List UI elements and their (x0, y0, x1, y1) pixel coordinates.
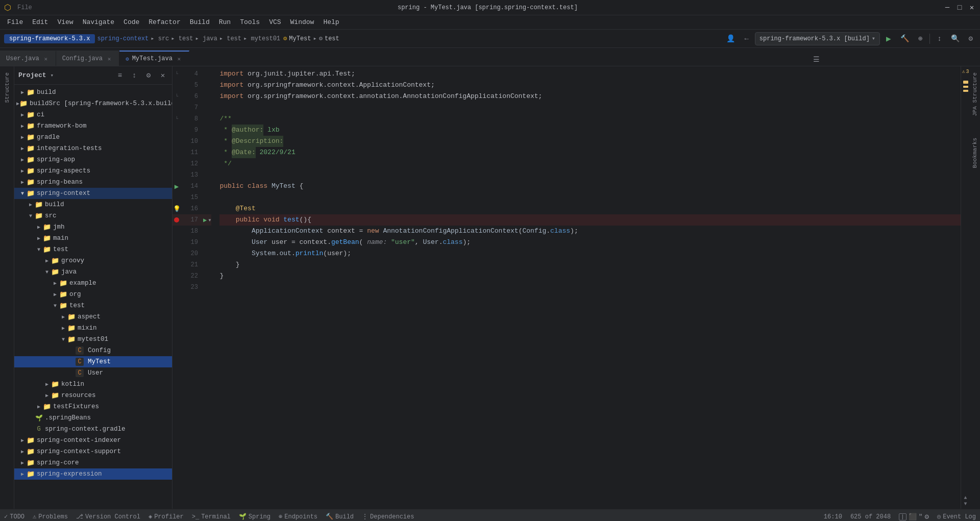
structure-icon[interactable]: Structure (3, 70, 11, 105)
tree-item-jmh[interactable]: ▶ 📁 jmh (14, 221, 172, 233)
tree-item-context-indexer[interactable]: ▶ 📁 spring-context-indexer (14, 435, 172, 446)
tree-arrow-context-indexer[interactable]: ▶ (18, 436, 27, 444)
tree-item-kotlin[interactable]: ▶ 📁 kotlin (14, 379, 172, 390)
fold-arrow-4[interactable]: └ (175, 71, 178, 77)
tree-item-spring-beans[interactable]: ▶ 📁 spring-beans (14, 177, 172, 188)
coverage-button[interactable]: ⊕ (915, 32, 925, 45)
panel-collapse-all[interactable]: ≡ (115, 70, 125, 81)
project-dropdown-arrow[interactable]: ▾ (51, 72, 54, 79)
tree-item-context-build[interactable]: ▶ 📁 build (14, 199, 172, 210)
tree-arrow-groovy[interactable]: ▶ (43, 257, 51, 265)
build-selector[interactable]: spring-framework-5.3.x [build] ▾ (755, 32, 880, 45)
tree-item-build[interactable]: ▶ 📁 build (14, 87, 172, 98)
menu-file[interactable]: File (17, 4, 32, 11)
tree-item-spring-aspects[interactable]: ▶ 📁 spring-aspects (14, 165, 172, 177)
tree-item-test-inner[interactable]: ▼ 📁 test (14, 300, 172, 311)
tree-item-spring-core[interactable]: ▶ 📁 spring-core (14, 457, 172, 468)
tree-item-ci[interactable]: ▶ 📁 ci (14, 109, 172, 120)
menu-vcs[interactable]: VCS (265, 17, 285, 27)
search-button[interactable]: 🔍 (948, 32, 963, 45)
menu-code[interactable]: Code (119, 17, 143, 27)
tree-arrow-integration-tests[interactable]: ▶ (18, 144, 27, 153)
status-position[interactable]: 16:10 (824, 513, 842, 520)
tree-item-gradle[interactable]: ▶ 📁 gradle (14, 132, 172, 143)
tree-item-src[interactable]: ▼ 📁 src (14, 210, 172, 221)
run-button-14[interactable]: ▶ (175, 182, 179, 191)
maximize-button[interactable]: □ (955, 4, 964, 12)
menu-window[interactable]: Window (286, 17, 318, 27)
tree-arrow-framework-bom[interactable]: ▶ (18, 122, 27, 130)
back-button[interactable]: ← (741, 32, 751, 45)
tree-arrow-test-inner[interactable]: ▼ (51, 302, 59, 310)
tree-item-spring-context[interactable]: ▼ 📁 spring-context (14, 188, 172, 199)
tree-arrow-build[interactable]: ▶ (18, 88, 27, 96)
status-version-control[interactable]: ⎇ Version Control (76, 513, 140, 520)
tree-arrow-context-support[interactable]: ▶ (18, 448, 27, 456)
project-tab-spring[interactable]: spring-framework-5.3.x (4, 34, 95, 43)
status-todo[interactable]: ✓ TODO (4, 513, 24, 520)
lightbulb-16[interactable]: 💡 (173, 205, 181, 213)
tree-item-mytest[interactable]: ▶ C MyTest (14, 356, 172, 367)
tree-item-test-folder[interactable]: ▼ 📁 test (14, 244, 172, 255)
tab-config-java-close[interactable]: ✕ (106, 55, 113, 62)
project-tab-context[interactable]: spring-context (97, 35, 149, 42)
menu-tools[interactable]: Tools (236, 17, 264, 27)
tree-item-context-gradle[interactable]: ▶ G spring-context.gradle (14, 424, 172, 435)
menu-edit[interactable]: Edit (28, 17, 52, 27)
tree-arrow-java-folder[interactable]: ▼ (43, 268, 51, 276)
tab-mytest-java[interactable]: ⚙ MyTest.java ✕ (119, 51, 189, 66)
profile-button[interactable]: 👤 (723, 32, 738, 45)
status-problems[interactable]: ⚠ Problems (33, 513, 68, 520)
status-column[interactable]: 625 of 2048 (850, 513, 891, 520)
tree-item-example[interactable]: ▶ 📁 example (14, 278, 172, 289)
tree-item-framework-bom[interactable]: ▶ 📁 framework-bom (14, 120, 172, 132)
tree-item-groovy[interactable]: ▶ 📁 groovy (14, 255, 172, 266)
tree-arrow-testfixtures[interactable]: ▶ (35, 403, 43, 411)
tab-user-java-close[interactable]: ✕ (42, 55, 50, 62)
tree-arrow-test-folder[interactable]: ▼ (35, 245, 43, 254)
tree-item-spring-aop[interactable]: ▶ 📁 spring-aop (14, 154, 172, 165)
code-content[interactable]: import org.junit.jupiter.api.Test; impor… (211, 66, 961, 509)
status-dependencies[interactable]: ⋮ Dependencies (362, 513, 414, 520)
tree-arrow-spring-context[interactable]: ▼ (18, 189, 27, 197)
tree-item-springbeans[interactable]: ▶ 🌱 .springBeans (14, 412, 172, 424)
bookmarks-label[interactable]: Bookmarks (971, 136, 979, 170)
vcs-button[interactable]: ↕ (934, 32, 944, 45)
tree-item-testfixtures[interactable]: ▶ 📁 testFixtures (14, 401, 172, 412)
fold-icon-17[interactable]: ▾ (208, 216, 211, 224)
status-endpoints[interactable]: ⊕ Endpoints (279, 513, 317, 520)
tree-arrow-spring-expression[interactable]: ▶ (18, 470, 27, 478)
tree-arrow-spring-beans[interactable]: ▶ (18, 178, 27, 186)
tree-arrow-spring-aop[interactable]: ▶ (18, 156, 27, 164)
tree-item-org[interactable]: ▶ 📁 org (14, 289, 172, 300)
menu-refactor[interactable]: Refactor (144, 17, 184, 27)
tree-arrow-aspect[interactable]: ▶ (59, 313, 67, 321)
tree-arrow-org[interactable]: ▶ (51, 290, 59, 299)
tree-item-resources[interactable]: ▶ 📁 resources (14, 390, 172, 401)
settings-gear[interactable]: ⚙ (925, 512, 929, 521)
tree-arrow-spring-aspects[interactable]: ▶ (18, 167, 27, 175)
status-terminal[interactable]: >_ Terminal (192, 513, 231, 520)
run-icon-17[interactable]: ▶ (203, 216, 207, 224)
tree-arrow-ci[interactable]: ▶ (18, 111, 27, 119)
tree-item-mixin[interactable]: ▶ 📁 mixin (14, 322, 172, 334)
menu-run[interactable]: Run (215, 17, 235, 27)
status-event-log[interactable]: ◎ Event Log (937, 513, 976, 520)
tree-arrow-kotlin[interactable]: ▶ (43, 380, 51, 388)
fold-arrow-8[interactable]: └ (175, 116, 178, 122)
tree-item-aspect[interactable]: ▶ 📁 aspect (14, 311, 172, 322)
lightbulb-icon-16[interactable]: 💡 (173, 205, 181, 213)
tree-item-main[interactable]: ▶ 📁 main (14, 233, 172, 244)
tree-item-config[interactable]: ▶ C Config (14, 345, 172, 356)
menu-file[interactable]: File (3, 17, 27, 27)
run-button[interactable]: ▶ (883, 32, 894, 45)
build-button[interactable]: 🔨 (897, 32, 912, 45)
status-spring[interactable]: 🌱 Spring (239, 513, 271, 520)
menu-navigate[interactable]: Navigate (79, 17, 118, 27)
jpa-structure-label[interactable]: JPA Structure (971, 70, 979, 118)
tree-arrow-mytest01[interactable]: ▼ (59, 335, 67, 343)
project-tree[interactable]: ▶ 📁 build ▶ 📁 buildSrc [spring-framework… (14, 85, 172, 509)
tree-item-mytest01[interactable]: ▼ 📁 mytest01 (14, 334, 172, 345)
menu-help[interactable]: Help (319, 17, 343, 27)
panel-sort[interactable]: ↕ (129, 70, 139, 81)
